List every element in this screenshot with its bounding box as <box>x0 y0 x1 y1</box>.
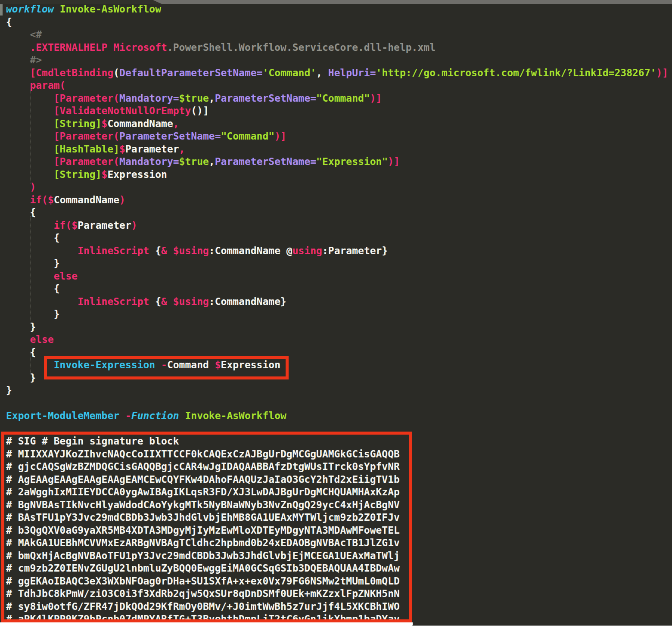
code-line: param( <box>6 79 672 92</box>
code-line: if($CommandName) <box>6 194 672 207</box>
code-line: else <box>6 333 672 346</box>
code-line: [String]$Expression <box>6 168 672 181</box>
code-line: { <box>6 16 672 29</box>
editor-bottom-edge <box>412 625 672 628</box>
code-editor: workflow Invoke-AsWorkflow{ <# .EXTERNAL… <box>0 0 672 628</box>
code-line: InlineScript {& $using:CommandName} <box>6 295 672 308</box>
code-line: [ValidateNotNullOrEmpty()] <box>6 105 672 118</box>
code-line: Export-ModuleMember -Function Invoke-AsW… <box>6 410 672 423</box>
code-line: [CmdletBinding(DefaultParameterSetName='… <box>6 67 672 80</box>
text-caret <box>0 4 3 16</box>
code-line: workflow Invoke-AsWorkflow <box>6 3 672 16</box>
code-line: [HashTable]$Parameter, <box>6 143 672 156</box>
code-line: [Parameter(Mandatory=$true,ParameterSetN… <box>6 92 672 105</box>
code-line: } <box>6 384 672 397</box>
code-line: #> <box>6 54 672 67</box>
code-line: <# <box>6 28 672 41</box>
code-line: [Parameter(ParameterSetName="Command")] <box>6 130 672 143</box>
page-background-sliver <box>0 622 413 628</box>
code-line: { <box>6 283 672 295</box>
annotation-box-signature-block <box>1 432 412 622</box>
code-line: else <box>6 270 672 283</box>
code-line: } <box>6 257 672 270</box>
code-line: ) <box>6 181 672 194</box>
code-line: } <box>6 321 672 334</box>
code-line: { <box>6 206 672 219</box>
annotation-box-invoke-expression <box>44 356 289 379</box>
code-line: .EXTERNALHELP Microsoft.PowerShell.Workf… <box>6 41 672 54</box>
code-line <box>6 397 672 410</box>
code-line: { <box>6 232 672 245</box>
code-line: InlineScript {& $using:CommandName @usin… <box>6 245 672 258</box>
code-line: } <box>6 308 672 321</box>
code-line: if($Parameter) <box>6 219 672 232</box>
code-line: [String]$CommandName, <box>6 118 672 131</box>
code-line: [Parameter(Mandatory=$true,ParameterSetN… <box>6 155 672 168</box>
